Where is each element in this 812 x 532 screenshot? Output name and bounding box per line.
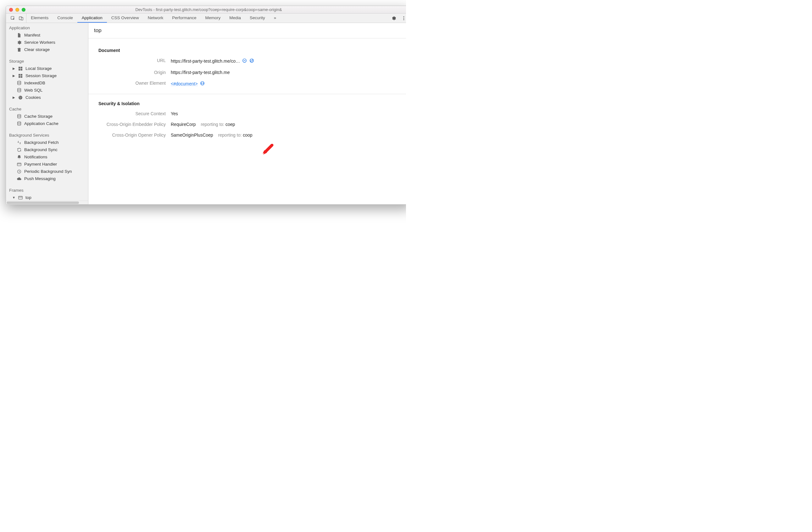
svg-rect-9	[21, 69, 22, 70]
sidebar-item-service-workers[interactable]: Service Workers	[6, 39, 88, 46]
sidebar-item-session-storage[interactable]: ▶ Session Storage	[6, 72, 88, 79]
svg-rect-7	[21, 67, 22, 68]
chevron-down-icon: ▼	[12, 196, 15, 199]
sidebar-label: Service Workers	[24, 40, 55, 45]
secure-context-value: Yes	[171, 111, 401, 116]
svg-rect-11	[21, 74, 22, 75]
trash-icon	[17, 47, 22, 52]
tab-label: CSS Overview	[111, 15, 139, 20]
coop-value-row: SameOriginPlusCoep reporting to: coop	[171, 132, 401, 138]
scrollbar-thumb[interactable]	[6, 201, 79, 204]
sidebar-label: Background Sync	[24, 147, 58, 152]
chevron-right-icon: ▶	[12, 96, 15, 99]
tab-label: Performance	[172, 15, 196, 20]
section-divider	[88, 94, 406, 94]
frame-heading: top	[88, 23, 406, 38]
svg-point-15	[18, 88, 21, 89]
sidebar-item-frame-top[interactable]: ▼ top	[6, 194, 88, 201]
sidebar-label: Periodic Background Syn	[24, 169, 72, 174]
sidebar-label: Push Messaging	[24, 176, 56, 181]
sidebar-item-application-cache[interactable]: Application Cache	[6, 120, 88, 127]
sidebar-item-payment-handler[interactable]: Payment Handler	[6, 160, 88, 168]
sidebar-item-periodic-sync[interactable]: Periodic Background Syn	[6, 168, 88, 175]
sidebar-item-websql[interactable]: Web SQL	[6, 87, 88, 94]
fetch-icon	[17, 140, 22, 145]
origin-label: Origin	[99, 70, 171, 75]
coep-label: Cross-Origin Embedder Policy	[99, 122, 171, 127]
sidebar-label: Cache Storage	[24, 114, 53, 119]
sync-icon	[17, 147, 22, 152]
tab-label: Console	[57, 15, 73, 20]
url-label: URL	[99, 58, 171, 63]
cookie-icon	[18, 95, 23, 100]
sidebar-label: IndexedDB	[24, 81, 45, 85]
sidebar-horizontal-scrollbar[interactable]	[6, 200, 88, 204]
svg-point-4	[404, 18, 404, 18]
svg-rect-10	[18, 74, 20, 75]
zoom-window-button[interactable]	[22, 8, 26, 12]
sidebar-section-storage: Storage	[6, 56, 88, 65]
tab-network[interactable]: Network	[143, 14, 168, 23]
tab-application[interactable]: Application	[77, 14, 107, 23]
sidebar-item-background-sync[interactable]: Background Sync	[6, 146, 88, 153]
sidebar-item-manifest[interactable]: Manifest	[6, 31, 88, 39]
kebab-menu-icon[interactable]	[401, 16, 406, 21]
tab-css-overview[interactable]: CSS Overview	[107, 14, 143, 23]
svg-point-20	[18, 114, 21, 115]
sidebar-item-clear-storage[interactable]: Clear storage	[6, 46, 88, 53]
settings-icon[interactable]	[391, 16, 396, 21]
svg-point-19	[20, 98, 20, 99]
tab-label: Media	[229, 15, 241, 20]
svg-rect-24	[18, 196, 22, 199]
window-title: DevTools - first-party-test.glitch.me/co…	[6, 7, 406, 12]
tab-label: Application	[82, 15, 102, 20]
device-toolbar-icon[interactable]	[18, 16, 24, 21]
section-title-document: Document	[99, 48, 401, 53]
svg-point-14	[18, 81, 21, 82]
tab-media[interactable]: Media	[225, 14, 245, 23]
svg-rect-12	[18, 76, 20, 78]
coop-label: Cross-Origin Opener Policy	[99, 132, 171, 138]
svg-rect-6	[18, 67, 20, 68]
coop-reporting: reporting to: coop	[218, 132, 252, 138]
url-value-row: https://first-party-test.glitch.me/co…	[171, 58, 401, 64]
tab-performance[interactable]: Performance	[168, 14, 201, 23]
svg-point-3	[404, 16, 404, 17]
svg-point-5	[404, 19, 404, 20]
sidebar-item-local-storage[interactable]: ▶ Local Storage	[6, 65, 88, 72]
tab-memory[interactable]: Memory	[201, 14, 225, 23]
reveal-sources-icon[interactable]	[242, 58, 247, 64]
devtools-window: DevTools - first-party-test.glitch.me/co…	[6, 6, 406, 205]
application-sidebar[interactable]: Application Manifest Service Workers Cle…	[6, 23, 88, 204]
gear-icon	[17, 40, 22, 45]
sidebar-item-cache-storage[interactable]: Cache Storage	[6, 113, 88, 120]
svg-point-16	[18, 96, 22, 99]
minimize-window-button[interactable]	[15, 8, 19, 12]
tab-security[interactable]: Security	[245, 14, 270, 23]
cloud-icon	[17, 176, 22, 181]
document-icon	[17, 33, 22, 38]
sidebar-item-notifications[interactable]: Notifications	[6, 153, 88, 160]
svg-point-26	[250, 59, 253, 62]
database-icon	[17, 121, 22, 126]
close-window-button[interactable]	[9, 8, 13, 12]
sidebar-item-indexeddb[interactable]: IndexedDB	[6, 79, 88, 87]
main-panel: top Document URL https://first-party-tes…	[88, 23, 406, 204]
sidebar-label: Background Fetch	[24, 140, 59, 145]
coop-reporting-value: coop	[243, 132, 252, 138]
sidebar-item-cookies[interactable]: ▶ Cookies	[6, 94, 88, 101]
owner-link[interactable]: <#document>	[171, 81, 198, 86]
sidebar-item-background-fetch[interactable]: Background Fetch	[6, 139, 88, 146]
tab-overflow[interactable]: »	[270, 14, 281, 23]
reveal-elements-icon[interactable]	[200, 81, 205, 87]
database-icon	[17, 114, 22, 119]
select-element-icon[interactable]	[10, 16, 15, 21]
tab-console[interactable]: Console	[53, 14, 77, 23]
svg-rect-2	[21, 17, 23, 20]
chevron-right-icon: ▶	[12, 74, 15, 78]
tab-elements[interactable]: Elements	[26, 14, 53, 23]
reveal-network-icon[interactable]	[249, 58, 255, 64]
owner-label: Owner Element	[99, 81, 171, 86]
coep-reporting-label: reporting to:	[201, 122, 224, 127]
sidebar-item-push-messaging[interactable]: Push Messaging	[6, 175, 88, 182]
